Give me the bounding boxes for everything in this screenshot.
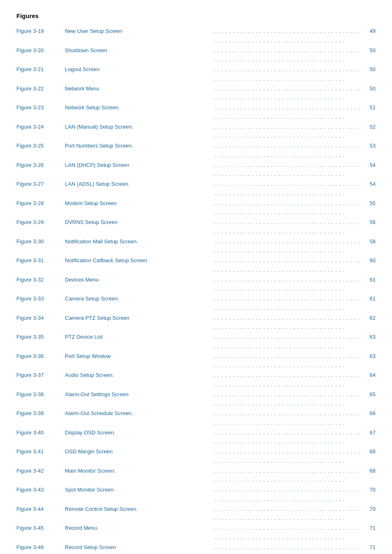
dot-leader xyxy=(214,199,363,218)
figure-title: Record Menu. xyxy=(65,524,214,533)
list-item[interactable]: Figure 3-20Shutdown Screen50 xyxy=(16,46,376,65)
list-item[interactable]: Figure 3-36Port Setup Window63 xyxy=(16,352,376,371)
figure-title: DVRNS Setup Screen xyxy=(65,218,214,227)
list-item[interactable]: Figure 3-32Devices Menu61 xyxy=(16,275,376,294)
dot-leader xyxy=(214,428,363,447)
figure-label: Figure 3-24 xyxy=(16,122,62,132)
figure-page: 61 xyxy=(363,294,376,304)
figure-page: 56 xyxy=(363,218,376,227)
figure-page: 71 xyxy=(363,543,376,552)
figure-label: Figure 3-34 xyxy=(16,314,62,323)
figure-label: Figure 3-20 xyxy=(16,46,62,55)
dot-leader xyxy=(214,65,363,84)
figure-page: 50 xyxy=(363,46,376,55)
figure-title: New User Setup Screen xyxy=(65,27,214,36)
dot-leader xyxy=(214,256,363,275)
figure-title: Logout Screen xyxy=(65,65,214,74)
figure-label: Figure 3-46 xyxy=(16,543,62,552)
figure-label: Figure 3-41 xyxy=(16,447,62,457)
figure-page: 64 xyxy=(363,371,376,380)
dot-leader xyxy=(214,218,363,237)
figure-page: 53 xyxy=(363,141,376,151)
figure-title: Spot Monitor Screen. xyxy=(65,485,214,495)
figure-title: Network Menu xyxy=(65,84,214,94)
figure-title: Devices Menu xyxy=(65,275,214,285)
dot-leader xyxy=(214,237,363,256)
list-item[interactable]: Figure 3-38Alarm-Out Settings Screen65 xyxy=(16,390,376,409)
list-item[interactable]: Figure 3-33Camera Setup Screen.61 xyxy=(16,294,376,313)
figure-label: Figure 3-37 xyxy=(16,371,62,380)
figure-page: 50 xyxy=(363,65,376,74)
figure-label: Figure 3-33 xyxy=(16,294,62,304)
figure-label: Figure 3-38 xyxy=(16,390,62,399)
figure-title: Remote Control Setup Screen. xyxy=(65,505,214,514)
dot-leader xyxy=(214,409,363,428)
list-item[interactable]: Figure 3-29DVRNS Setup Screen56 xyxy=(16,218,376,237)
figure-label: Figure 3-25 xyxy=(16,141,62,151)
list-item[interactable]: Figure 3-39Alarm-Out Schedule Screen.66 xyxy=(16,409,376,428)
list-item[interactable]: Figure 3-43Spot Monitor Screen.70 xyxy=(16,485,376,504)
list-item[interactable]: Figure 3-35PTZ Device List63 xyxy=(16,332,376,351)
figure-label: Figure 3-28 xyxy=(16,199,62,208)
list-item[interactable]: Figure 3-26LAN (DHCP) Setup Screen54 xyxy=(16,161,376,180)
list-item[interactable]: Figure 3-24LAN (Manual) Setup Screen.52 xyxy=(16,122,376,141)
list-item[interactable]: Figure 3-19New User Setup Screen49 xyxy=(16,27,376,46)
list-item[interactable]: Figure 3-40Display OSD Screen.67 xyxy=(16,428,376,447)
list-item[interactable]: Figure 3-25Port Numbers Setup Screen.53 xyxy=(16,141,376,160)
toc-container: Figure 3-19New User Setup Screen49Figure… xyxy=(16,27,376,554)
dot-leader xyxy=(214,371,363,390)
list-item[interactable]: Figure 3-34Camera PTZ Setup Screen62 xyxy=(16,314,376,332)
figure-page: 68 xyxy=(363,447,376,457)
figure-label: Figure 3-26 xyxy=(16,161,62,170)
list-item[interactable]: Figure 3-44Remote Control Setup Screen.7… xyxy=(16,505,376,524)
figure-page: 61 xyxy=(363,275,376,285)
figure-label: Figure 3-21 xyxy=(16,65,62,74)
figure-label: Figure 3-43 xyxy=(16,485,62,495)
figure-page: 50 xyxy=(363,84,376,94)
figure-label: Figure 3-27 xyxy=(16,180,62,189)
dot-leader xyxy=(214,122,363,141)
figure-page: 71 xyxy=(363,524,376,533)
figure-label: Figure 3-31 xyxy=(16,256,62,265)
dot-leader xyxy=(214,466,363,485)
dot-leader xyxy=(214,141,363,160)
dot-leader xyxy=(214,390,363,409)
list-item[interactable]: Figure 3-22Network Menu50 xyxy=(16,84,376,103)
figure-label: Figure 3-30 xyxy=(16,237,62,247)
figure-label: Figure 3-29 xyxy=(16,218,62,227)
dot-leader xyxy=(214,505,363,524)
figure-title: Main Monitor Screen. xyxy=(65,466,214,476)
figure-page: 55 xyxy=(363,199,376,208)
list-item[interactable]: Figure 3-23Network Setup Screen.51 xyxy=(16,103,376,122)
list-item[interactable]: Figure 3-41OSD Margin Screen68 xyxy=(16,447,376,466)
figure-page: 68 xyxy=(363,466,376,476)
list-item[interactable]: Figure 3-27LAN (ADSL) Setup Screen.54 xyxy=(16,180,376,199)
figure-page: 58 xyxy=(363,237,376,247)
dot-leader xyxy=(214,46,363,65)
list-item[interactable]: Figure 3-31Notification Callback Setup S… xyxy=(16,256,376,275)
list-item[interactable]: Figure 3-28Modem Setup Screen55 xyxy=(16,199,376,218)
figure-title: Alarm-Out Schedule Screen. xyxy=(65,409,214,418)
dot-leader xyxy=(214,294,363,313)
figure-title: Shutdown Screen xyxy=(65,46,214,55)
figure-label: Figure 3-39 xyxy=(16,409,62,418)
list-item[interactable]: Figure 3-42Main Monitor Screen.68 xyxy=(16,466,376,485)
figure-page: 51 xyxy=(363,103,376,113)
figure-page: 70 xyxy=(363,485,376,495)
list-item[interactable]: Figure 3-45Record Menu.71 xyxy=(16,524,376,542)
figure-page: 62 xyxy=(363,314,376,323)
figure-page: 52 xyxy=(363,122,376,132)
list-item[interactable]: Figure 3-37Audio Setup Screen.64 xyxy=(16,371,376,390)
figure-page: 70 xyxy=(363,505,376,514)
list-item[interactable]: Figure 3-21Logout Screen50 xyxy=(16,65,376,84)
dot-leader xyxy=(214,332,363,351)
dot-leader xyxy=(214,27,363,46)
figure-page: 66 xyxy=(363,409,376,418)
list-item[interactable]: Figure 3-46Record Setup Screen71 xyxy=(16,543,376,554)
figure-title: Camera Setup Screen. xyxy=(65,294,214,304)
figure-label: Figure 3-22 xyxy=(16,84,62,94)
figure-title: PTZ Device List xyxy=(65,332,214,342)
figure-title: LAN (ADSL) Setup Screen. xyxy=(65,180,214,189)
list-item[interactable]: Figure 3-30Notification Mail Setup Scree… xyxy=(16,237,376,256)
dot-leader xyxy=(214,447,363,466)
